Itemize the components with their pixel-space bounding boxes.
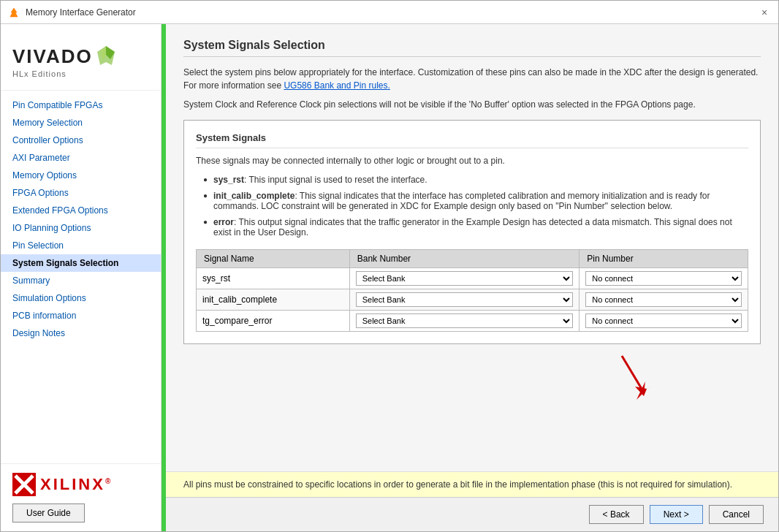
description2: System Clock and Reference Clock pin sel… — [183, 99, 761, 110]
svg-line-7 — [622, 356, 644, 392]
title-bar-left: Memory Interface Generator — [8, 7, 136, 18]
signals-box: System Signals These signals may be conn… — [183, 120, 761, 344]
signal-init-calib: init_calib_complete: This signal indicat… — [203, 191, 748, 211]
xilinx-logo-row: XILINX® — [12, 473, 149, 496]
main-window: Memory Interface Generator × VIVADO — [0, 0, 779, 532]
sidebar-item-controller-options[interactable]: Controller Options — [1, 132, 161, 149]
sidebar-item-pcb-info[interactable]: PCB information — [1, 307, 161, 324]
signal-init-calib-name: init_calib_complete — [213, 191, 294, 201]
signal-error-name: error — [213, 217, 234, 227]
description1: Select the system pins below appropriate… — [183, 66, 761, 92]
panel-content: System Signals Selection Select the syst… — [166, 24, 778, 471]
table-header-signal: Signal Name — [197, 250, 350, 268]
close-button[interactable]: × — [758, 6, 771, 19]
vivado-brand: VIVADO — [12, 47, 93, 66]
sidebar-item-extended-fpga[interactable]: Extended FPGA Options — [1, 202, 161, 219]
main-content: VIVADO HLx Editions Pin Compatible FPGAs… — [1, 24, 778, 531]
signal-error: error: This output signal indicates that… — [203, 217, 748, 238]
vivado-leaf-icon — [96, 45, 116, 68]
signals-list: sys_rst: This input signal is used to re… — [196, 175, 748, 238]
svg-marker-0 — [10, 8, 18, 17]
user-guide-button[interactable]: User Guide — [12, 503, 85, 522]
cancel-button[interactable]: Cancel — [709, 505, 764, 524]
sidebar-item-system-signals[interactable]: System Signals Selection — [1, 254, 161, 272]
section-title: System Signals Selection — [183, 39, 761, 57]
xilinx-area: XILINX® User Guide — [1, 463, 161, 531]
vivado-logo-area: VIVADO HLx Editions — [1, 36, 161, 91]
pin-number-cell: No connect — [580, 289, 748, 311]
pin-number-cell: No connect — [580, 268, 748, 289]
sidebar-item-io-planning[interactable]: IO Planning Options — [1, 219, 161, 237]
pin-select-tg-error[interactable]: No connect — [585, 314, 742, 328]
sidebar: VIVADO HLx Editions Pin Compatible FPGAs… — [1, 24, 162, 531]
sidebar-item-memory-selection[interactable]: Memory Selection — [1, 114, 161, 132]
right-panel: System Signals Selection Select the syst… — [166, 24, 778, 531]
window-title: Memory Interface Generator — [26, 7, 136, 18]
table-header-pin: Pin Number — [580, 250, 748, 268]
pin-select-sys-rst[interactable]: No connect — [585, 271, 742, 286]
bank-select-tg-error[interactable]: Select Bank — [356, 314, 574, 328]
back-button[interactable]: < Back — [589, 505, 644, 524]
footer-buttons: < Back Next > Cancel — [166, 497, 778, 531]
sidebar-item-summary[interactable]: Summary — [1, 272, 161, 289]
bank-number-cell: Select Bank — [349, 311, 580, 332]
table-row: sys_rst Select Bank No connect — [197, 268, 748, 289]
vivado-hlx: HLx Editions — [12, 69, 149, 78]
sidebar-bottom: XILINX® User Guide — [1, 463, 161, 531]
sidebar-nav: Pin Compatible FPGAs Memory Selection Co… — [1, 96, 161, 342]
sidebar-item-pin-compatible[interactable]: Pin Compatible FPGAs — [1, 96, 161, 114]
signals-table: Signal Name Bank Number Pin Number sys_r… — [196, 249, 748, 332]
xilinx-brand: XILINX® — [40, 475, 113, 494]
signals-intro: These signals may be connected internall… — [196, 156, 748, 166]
signal-sys-rst-desc: : This input signal is used to reset the… — [244, 175, 428, 185]
table-row: tg_compare_error Select Bank No connect — [197, 311, 748, 332]
pin-select-init-calib[interactable]: No connect — [585, 292, 742, 307]
sidebar-item-simulation[interactable]: Simulation Options — [1, 289, 161, 307]
signal-name-cell: sys_rst — [197, 268, 350, 289]
pin-number-cell: No connect — [580, 311, 748, 332]
bank-select-sys-rst[interactable]: Select Bank — [356, 271, 574, 286]
table-row: init_calib_complete Select Bank No conne… — [197, 289, 748, 311]
sidebar-item-memory-options[interactable]: Memory Options — [1, 167, 161, 184]
red-arrow-icon — [615, 349, 658, 407]
table-header-bank: Bank Number — [349, 250, 580, 268]
bank-number-cell: Select Bank — [349, 289, 580, 311]
signal-sys-rst: sys_rst: This input signal is used to re… — [203, 175, 748, 185]
signal-sys-rst-name: sys_rst — [213, 175, 244, 185]
app-icon — [8, 7, 20, 18]
signal-name-cell: tg_compare_error — [197, 311, 350, 332]
warning-bar: All pins must be constrained to specific… — [166, 471, 778, 497]
sidebar-top: VIVADO HLx Editions Pin Compatible FPGAs… — [1, 24, 161, 342]
signals-box-title: System Signals — [196, 132, 748, 148]
signal-error-desc: : This output signal indicates that the … — [213, 217, 732, 238]
sidebar-item-design-notes[interactable]: Design Notes — [1, 324, 161, 342]
next-button[interactable]: Next > — [650, 505, 703, 524]
arrow-annotation — [183, 349, 761, 407]
xilinx-text: XILINX — [40, 475, 105, 493]
signal-name-cell: init_calib_complete — [197, 289, 350, 311]
bank-number-cell: Select Bank — [349, 268, 580, 289]
xilinx-x-icon — [12, 473, 36, 496]
ug586-link[interactable]: UG586 Bank and Pin rules. — [284, 80, 390, 91]
title-bar: Memory Interface Generator × — [1, 1, 778, 24]
sidebar-item-pin-selection[interactable]: Pin Selection — [1, 237, 161, 254]
sidebar-item-axi-parameter[interactable]: AXI Parameter — [1, 149, 161, 167]
sidebar-item-fpga-options[interactable]: FPGA Options — [1, 184, 161, 202]
bank-select-init-calib[interactable]: Select Bank — [356, 292, 574, 307]
